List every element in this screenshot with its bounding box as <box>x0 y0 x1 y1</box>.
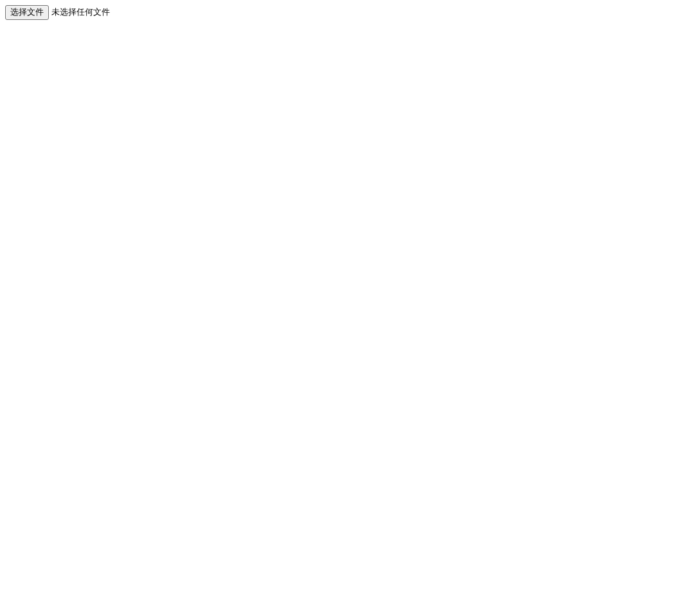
file-selection-status: 未选择任何文件 <box>51 7 110 18</box>
file-input-container: 选择文件 未选择任何文件 <box>5 5 110 20</box>
choose-file-button[interactable]: 选择文件 <box>5 5 49 20</box>
